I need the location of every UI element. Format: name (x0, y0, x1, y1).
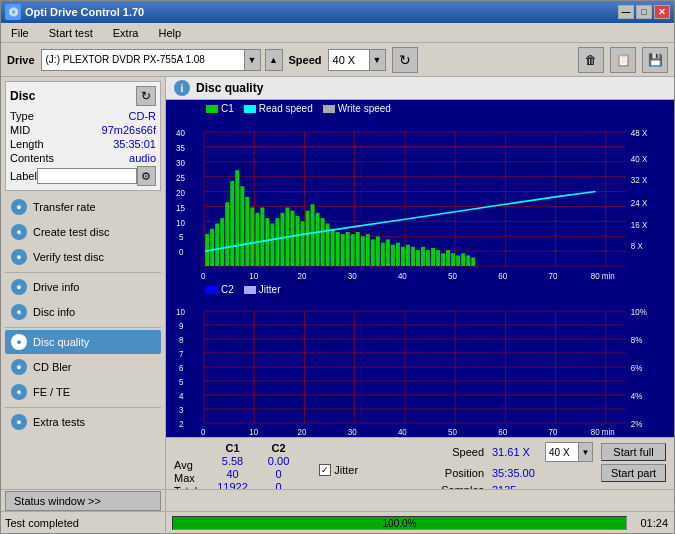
sidebar-item-drive-info[interactable]: ● Drive info (5, 275, 161, 299)
svg-rect-43 (321, 218, 325, 266)
save-button[interactable]: 💾 (642, 47, 668, 73)
chart-legend: C1 Read speed Write speed (166, 100, 674, 117)
menu-file[interactable]: File (5, 25, 35, 41)
disc-quality-icon: ● (11, 334, 27, 350)
nav-disc-quality-label: Disc quality (33, 336, 89, 348)
menu-extra[interactable]: Extra (107, 25, 145, 41)
disc-label-input[interactable] (37, 168, 137, 184)
svg-rect-58 (396, 243, 400, 266)
svg-rect-62 (416, 250, 420, 266)
stats-c1-col: C1 5.58 40 11922 (217, 442, 248, 489)
sidebar-item-create-test-disc[interactable]: ● Create test disc (5, 220, 161, 244)
sidebar-item-cd-bler[interactable]: ● CD Bler (5, 355, 161, 379)
disc-contents-label: Contents (10, 152, 54, 164)
svg-rect-34 (275, 218, 279, 266)
svg-rect-53 (371, 239, 375, 266)
svg-text:10%: 10% (631, 307, 648, 317)
svg-text:2%: 2% (631, 419, 643, 429)
disc-type-row: Type CD-R (10, 110, 156, 122)
nav-create-test-disc-label: Create test disc (33, 226, 109, 238)
disc-type-label: Type (10, 110, 34, 122)
svg-rect-28 (245, 197, 249, 266)
speed-dropdown-arrow[interactable]: ▼ (369, 50, 385, 70)
refresh-button[interactable]: ↻ (392, 47, 418, 73)
speed-label: Speed (289, 54, 322, 66)
sidebar-item-verify-test-disc[interactable]: ● Verify test disc (5, 245, 161, 269)
svg-rect-59 (401, 247, 405, 266)
total-c2-value: 0 (275, 481, 281, 489)
app-icon: 💿 (5, 4, 21, 20)
svg-text:24 X: 24 X (631, 199, 648, 208)
nav-separator-3 (5, 407, 161, 408)
main-panel: i Disc quality C1 Read speed (166, 77, 674, 489)
svg-text:5: 5 (179, 377, 184, 387)
status-window-container: Status window >> (1, 490, 166, 511)
menu-start-test[interactable]: Start test (43, 25, 99, 41)
start-full-button[interactable]: Start full (601, 443, 666, 461)
sidebar-item-extra-tests[interactable]: ● Extra tests (5, 410, 161, 434)
svg-rect-66 (436, 250, 440, 266)
create-test-disc-icon: ● (11, 224, 27, 240)
drive-eject-button[interactable]: ▲ (265, 49, 283, 71)
max-label: Max (174, 472, 197, 484)
legend-c1: C1 (206, 103, 234, 114)
sidebar-item-fe-te[interactable]: ● FE / TE (5, 380, 161, 404)
svg-rect-40 (306, 211, 310, 266)
svg-rect-56 (386, 239, 390, 266)
svg-rect-29 (250, 207, 254, 266)
jitter-checkbox[interactable]: ✓ (319, 464, 331, 476)
maximize-button[interactable]: □ (636, 5, 652, 19)
stats-area: Avg Max Total C1 5.58 40 11922 C2 0.00 0 (166, 437, 674, 489)
close-button[interactable]: ✕ (654, 5, 670, 19)
disc-label-button[interactable]: ⚙ (137, 166, 156, 186)
disc-contents-value: audio (129, 152, 156, 164)
copy-button[interactable]: 📋 (610, 47, 636, 73)
nav-verify-test-disc-label: Verify test disc (33, 251, 104, 263)
svg-text:6: 6 (179, 363, 184, 373)
svg-text:40 X: 40 X (631, 155, 648, 164)
speed-stat-value: 31.61 X (492, 446, 537, 458)
drive-dropdown-arrow[interactable]: ▼ (244, 50, 260, 70)
nav-drive-info-label: Drive info (33, 281, 79, 293)
svg-text:2: 2 (179, 419, 184, 429)
svg-rect-71 (461, 253, 465, 266)
legend-jitter-label: Jitter (259, 284, 281, 295)
disc-refresh-button[interactable]: ↻ (136, 86, 156, 106)
svg-text:8%: 8% (631, 335, 643, 345)
speed-select-arrow[interactable]: ▼ (578, 443, 592, 461)
sidebar-item-transfer-rate[interactable]: ● Transfer rate (5, 195, 161, 219)
menu-bar: File Start test Extra Help (1, 23, 674, 43)
legend-read-label: Read speed (259, 103, 313, 114)
disc-mid-value: 97m26s66f (102, 124, 156, 136)
max-c1-value: 40 (226, 468, 238, 480)
svg-text:3: 3 (179, 405, 184, 415)
status-row: Status window >> (1, 490, 674, 512)
start-part-button[interactable]: Start part (601, 464, 666, 482)
sidebar-item-disc-info[interactable]: ● Disc info (5, 300, 161, 324)
svg-rect-45 (331, 229, 335, 266)
minimize-button[interactable]: — (618, 5, 634, 19)
position-value: 35:35.00 (492, 467, 537, 479)
sidebar-item-disc-quality[interactable]: ● Disc quality (5, 330, 161, 354)
svg-text:15: 15 (176, 203, 185, 212)
svg-text:32 X: 32 X (631, 176, 648, 185)
svg-rect-51 (361, 236, 365, 266)
stats-c2-col: C2 0.00 0 0 (268, 442, 289, 489)
legend-write-color (323, 105, 335, 113)
cd-bler-icon: ● (11, 359, 27, 375)
status-window-button[interactable]: Status window >> (5, 491, 161, 511)
test-completed-container: Test completed (1, 512, 166, 534)
disc-mid-row: MID 97m26s66f (10, 124, 156, 136)
erase-button[interactable]: 🗑 (578, 47, 604, 73)
svg-rect-39 (301, 221, 305, 266)
bottom-legend: C2 Jitter (166, 282, 674, 297)
progress-bar: 100.0% (172, 516, 627, 530)
max-c2-value: 0 (275, 468, 281, 480)
svg-rect-67 (441, 253, 445, 266)
legend-write-label: Write speed (338, 103, 391, 114)
legend-c2-color (206, 286, 218, 294)
menu-help[interactable]: Help (152, 25, 187, 41)
disc-contents-row: Contents audio (10, 152, 156, 164)
svg-text:80 min: 80 min (591, 427, 615, 437)
nav-separator-1 (5, 272, 161, 273)
